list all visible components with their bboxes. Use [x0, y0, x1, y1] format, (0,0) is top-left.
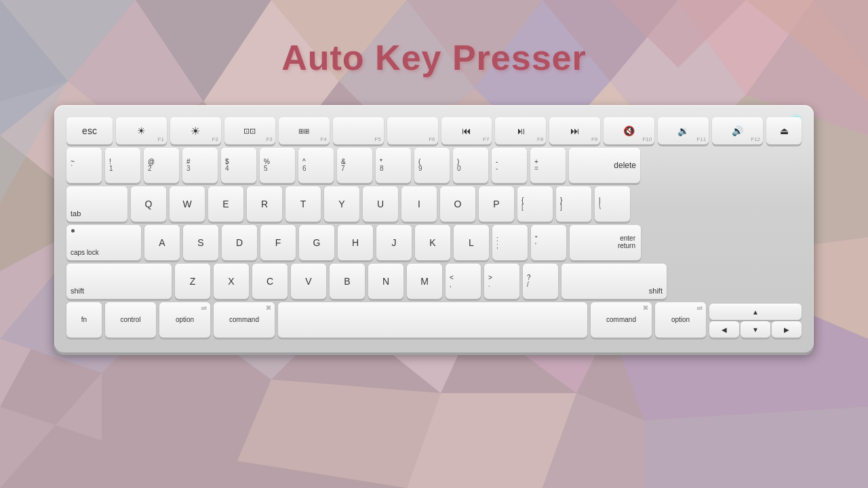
key-shift-left[interactable]: shift [66, 264, 172, 299]
svg-marker-37 [644, 407, 868, 488]
key-0[interactable]: ) 0 [453, 148, 488, 183]
key-q[interactable]: Q [131, 186, 166, 222]
key-g[interactable]: G [299, 225, 334, 260]
key-f8[interactable]: ⏯ F8 [495, 117, 546, 144]
svg-marker-32 [0, 373, 102, 488]
key-p[interactable]: P [479, 186, 514, 222]
key-x[interactable]: X [214, 264, 249, 299]
key-l[interactable]: L [454, 225, 489, 260]
key-period[interactable]: > . [484, 264, 519, 299]
key-2[interactable]: @ 2 [144, 148, 179, 183]
page-title: Auto Key Presser [0, 37, 868, 78]
key-control[interactable]: control [105, 302, 156, 338]
key-esc[interactable]: esc [66, 117, 113, 144]
key-i[interactable]: I [401, 186, 437, 222]
key-rows: esc ☀ F1 ☀ F2 ⊡⊡ F3 ⊞⊞ F4 [66, 117, 802, 338]
keyboard-container: esc ☀ F1 ☀ F2 ⊡⊡ F3 ⊞⊞ F4 [54, 105, 814, 352]
key-j[interactable]: J [376, 225, 412, 260]
key-t[interactable]: T [285, 186, 321, 222]
key-fn[interactable]: fn [66, 302, 102, 338]
key-command-right[interactable]: ⌘ command [591, 302, 652, 338]
key-minus[interactable]: - - [492, 148, 527, 183]
arrow-left-right: ◀ ▼ ▶ [709, 321, 802, 338]
key-f1[interactable]: ☀ F1 [116, 117, 167, 144]
key-option-left[interactable]: alt option [159, 302, 210, 338]
key-f4[interactable]: ⊞⊞ F4 [279, 117, 330, 144]
key-b[interactable]: B [330, 264, 365, 299]
key-h[interactable]: H [338, 225, 373, 260]
key-s[interactable]: S [183, 225, 218, 260]
key-f2[interactable]: ☀ F2 [170, 117, 221, 144]
keyboard: esc ☀ F1 ☀ F2 ⊡⊡ F3 ⊞⊞ F4 [54, 105, 814, 352]
key-backtick[interactable]: ~ ` [66, 148, 102, 183]
key-v[interactable]: V [291, 264, 326, 299]
key-slash[interactable]: ? / [523, 264, 558, 299]
bottom-key-row: fn control alt option ⌘ command ⌘ comman [66, 302, 802, 338]
key-arrow-down[interactable]: ▼ [741, 321, 770, 338]
key-9[interactable]: ( 9 [414, 148, 450, 183]
key-equals[interactable]: + = [530, 148, 566, 183]
key-f6[interactable]: F6 [387, 117, 438, 144]
key-f5[interactable]: F5 [333, 117, 384, 144]
key-8[interactable]: * 8 [376, 148, 411, 183]
arrow-keys: ▲ ◀ ▼ ▶ [709, 302, 802, 338]
key-f9[interactable]: ⏭ F9 [549, 117, 600, 144]
key-space[interactable] [278, 302, 587, 338]
key-y[interactable]: Y [324, 186, 359, 222]
key-d[interactable]: D [222, 225, 257, 260]
key-semicolon[interactable]: : ; [492, 225, 528, 260]
key-arrow-left[interactable]: ◀ [709, 321, 739, 338]
key-backslash[interactable]: | \ [595, 186, 630, 222]
key-option-right[interactable]: alt option [655, 302, 706, 338]
key-w[interactable]: W [170, 186, 205, 222]
key-command-left[interactable]: ⌘ command [214, 302, 275, 338]
key-m[interactable]: M [407, 264, 442, 299]
key-comma[interactable]: < , [446, 264, 481, 299]
caps-lock-indicator [71, 229, 75, 232]
key-4[interactable]: $ 4 [221, 148, 256, 183]
key-6[interactable]: ^ 6 [298, 148, 334, 183]
key-left-bracket[interactable]: { [ [517, 186, 553, 222]
key-e[interactable]: E [208, 186, 243, 222]
key-f[interactable]: F [260, 225, 296, 260]
svg-marker-34 [237, 380, 441, 488]
key-tab[interactable]: tab [66, 186, 127, 222]
key-z[interactable]: Z [175, 264, 210, 299]
key-f3[interactable]: ⊡⊡ F3 [224, 117, 275, 144]
key-f12[interactable]: 🔊 F12 [712, 117, 763, 144]
key-3[interactable]: # 3 [182, 148, 218, 183]
key-1[interactable]: ! 1 [105, 148, 140, 183]
key-n[interactable]: N [368, 264, 403, 299]
key-7[interactable]: & 7 [337, 148, 372, 183]
key-o[interactable]: O [440, 186, 475, 222]
key-right-bracket[interactable]: } ] [556, 186, 591, 222]
key-quote[interactable]: " ' [531, 225, 566, 260]
key-5[interactable]: % 5 [260, 148, 295, 183]
key-c[interactable]: C [252, 264, 288, 299]
key-a[interactable]: A [144, 225, 180, 260]
key-eject[interactable]: ⏏ [766, 117, 802, 144]
key-shift-right[interactable]: shift [561, 264, 667, 299]
fn-key-row: esc ☀ F1 ☀ F2 ⊡⊡ F3 ⊞⊞ F4 [66, 117, 802, 144]
key-u[interactable]: U [363, 186, 398, 222]
qwerty-key-row: tab Q W E R T Y U I O P { [ } ] [66, 186, 802, 222]
key-f10[interactable]: 🔇 F10 [604, 117, 654, 144]
key-f11[interactable]: 🔉 F11 [658, 117, 709, 144]
key-f7[interactable]: ⏮ F7 [441, 117, 492, 144]
key-arrow-right[interactable]: ▶ [772, 321, 802, 338]
key-k[interactable]: K [415, 225, 450, 260]
key-enter[interactable]: enterreturn [570, 225, 641, 260]
number-key-row: ~ ` ! 1 @ 2 # 3 $ 4 [66, 148, 802, 183]
asdf-key-row: caps lock A S D F G H J K L : ; " ' [66, 225, 802, 260]
key-arrow-up[interactable]: ▲ [709, 304, 802, 320]
key-caps-lock[interactable]: caps lock [66, 225, 141, 260]
key-r[interactable]: R [247, 186, 282, 222]
zxcv-key-row: shift Z X C V B N M < , > . ? [66, 264, 802, 299]
key-delete[interactable]: delete [569, 148, 640, 183]
